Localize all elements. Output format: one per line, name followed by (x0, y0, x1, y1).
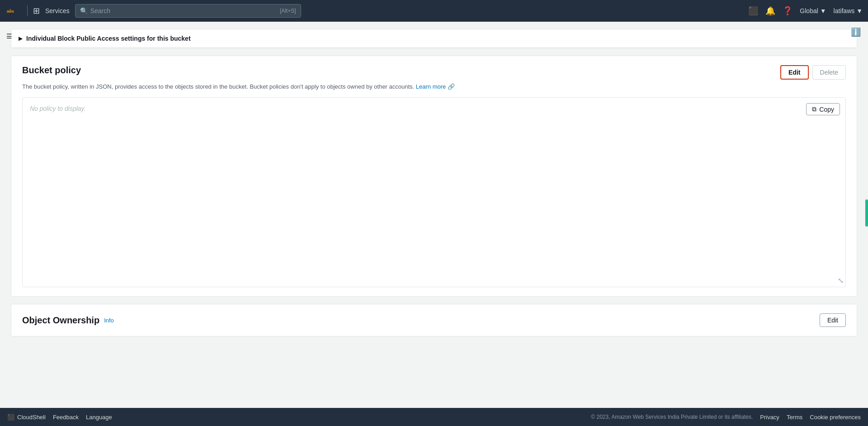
main-content: ▶ Individual Block Public Access setting… (0, 22, 868, 408)
user-label: latifaws (834, 7, 855, 14)
chevron-right-icon: ▶ (19, 35, 23, 42)
scroll-indicator (865, 199, 868, 227)
copy-button[interactable]: ⧉ Copy (806, 103, 840, 115)
nav-user[interactable]: latifaws ▼ (834, 7, 863, 14)
aws-logo[interactable]: aws (5, 2, 22, 20)
search-bar[interactable]: 🔍 [Alt+S] (75, 4, 301, 18)
block-public-access-header[interactable]: ▶ Individual Block Public Access setting… (11, 29, 857, 48)
copy-label: Copy (819, 106, 834, 113)
region-chevron: ▼ (820, 7, 826, 14)
bucket-policy-title: Bucket policy (22, 65, 81, 76)
bucket-policy-description: The bucket policy, written in JSON, prov… (22, 83, 846, 90)
bucket-policy-card: Bucket policy Edit Delete The bucket pol… (11, 56, 857, 297)
object-ownership-title: Object Ownership (22, 315, 99, 326)
object-ownership-left: Object Ownership Info (22, 315, 114, 326)
copy-icon: ⧉ (812, 105, 816, 113)
bucket-policy-header: Bucket policy Edit Delete (22, 65, 846, 80)
nav-region[interactable]: Global ▼ (800, 7, 826, 14)
search-shortcut: [Alt+S] (280, 8, 296, 14)
nav-divider (27, 5, 28, 16)
top-nav: aws ⊞ Services 🔍 [Alt+S] ⬛ 🔔 ❓ Global ▼ … (0, 0, 868, 22)
object-ownership-card: Object Ownership Info Edit (11, 304, 857, 336)
object-ownership-edit-button[interactable]: Edit (820, 313, 846, 327)
external-link-icon: 🔗 (448, 83, 455, 90)
search-icon: 🔍 (80, 7, 88, 14)
hamburger-icon: ☰ (6, 33, 12, 40)
nav-services-label[interactable]: Services (45, 7, 70, 14)
region-label: Global (800, 7, 818, 14)
edit-button[interactable]: Edit (780, 65, 808, 80)
user-chevron: ▼ (856, 7, 863, 14)
resize-handle[interactable]: ⤡ (838, 276, 844, 285)
nav-grid-icon[interactable]: ⊞ (33, 6, 40, 16)
delete-button[interactable]: Delete (812, 65, 846, 80)
svg-text:aws: aws (7, 9, 14, 13)
sidebar-toggle[interactable]: ☰ (0, 27, 18, 45)
object-ownership-info-link[interactable]: Info (104, 317, 114, 324)
help-icon-btn[interactable]: ❓ (783, 6, 793, 16)
policy-display-area: No policy to display. ⧉ Copy ⤡ (22, 97, 846, 287)
bell-icon-btn[interactable]: 🔔 (765, 6, 775, 16)
learn-more-link[interactable]: Learn more 🔗 (416, 83, 455, 90)
no-policy-text: No policy to display. (30, 105, 85, 112)
search-input[interactable] (90, 7, 276, 14)
block-public-access-section: ▶ Individual Block Public Access setting… (11, 29, 857, 48)
terminal-icon-btn[interactable]: ⬛ (748, 6, 758, 16)
block-public-access-title: Individual Block Public Access settings … (26, 35, 191, 42)
bucket-policy-buttons: Edit Delete (780, 65, 846, 80)
nav-right: ⬛ 🔔 ❓ Global ▼ latifaws ▼ (748, 6, 863, 16)
info-corner-btn[interactable]: ℹ️ (851, 27, 861, 37)
